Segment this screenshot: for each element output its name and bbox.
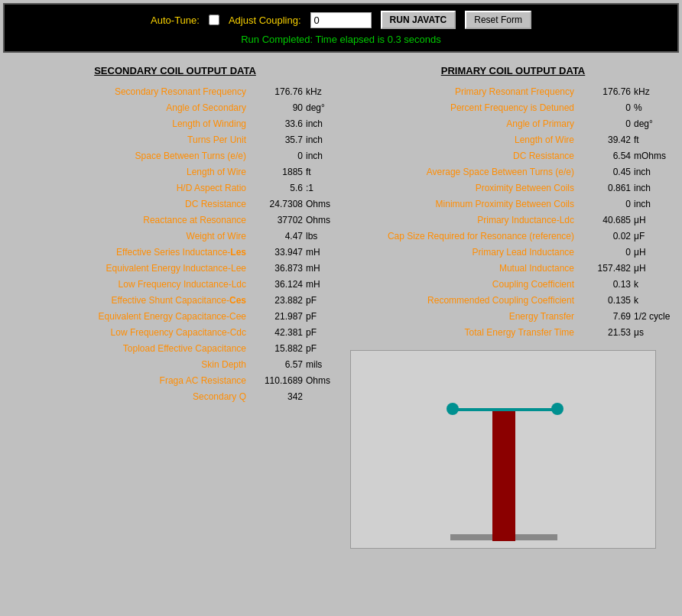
coil-base-left <box>450 534 492 540</box>
secondary-title: SECONDARY COIL OUTPUT DATA <box>9 65 341 76</box>
row-unit: deg° <box>303 102 341 113</box>
table-row: Secondary Resonant Frequency 176.76 kHz <box>9 84 341 99</box>
table-row: DC Resistance 6.54 mOhms <box>353 148 673 164</box>
coil-top-dot-right <box>551 403 563 415</box>
row-value: 33.947 <box>249 247 303 258</box>
table-row: DC Resistance 24.7308 Ohms <box>9 196 341 212</box>
table-row: Energy Transfer 7.69 1/2 cycle <box>353 309 673 324</box>
table-row: Low Frequency Capacitance-Cdc 42.381 pF <box>9 325 341 340</box>
table-row: Minimum Proximity Between Coils 0 inch <box>353 196 673 212</box>
row-label: Space Between Turns (e/e) <box>9 151 249 161</box>
adjust-coupling-label: Adjust Coupling: <box>229 15 301 26</box>
table-row: Total Energy Transfer Time 21.53 μs <box>353 325 673 340</box>
row-label: DC Resistance <box>353 151 577 161</box>
row-label: H/D Aspect Ratio <box>9 183 249 193</box>
row-unit: inch <box>303 151 341 161</box>
row-unit: % <box>631 102 673 113</box>
row-value: 5.6 <box>249 183 303 193</box>
secondary-panel: SECONDARY COIL OUTPUT DATA Secondary Res… <box>3 59 347 552</box>
table-row: Length of Wire 1885 ft <box>9 164 341 180</box>
row-value: 15.882 <box>249 343 303 354</box>
row-unit: μH <box>631 247 673 258</box>
row-value: 0 <box>249 151 303 161</box>
row-unit: inch <box>303 135 341 145</box>
table-row: Skin Depth 6.57 mils <box>9 357 341 372</box>
row-value: 176.76 <box>249 86 303 97</box>
top-bar: Auto-Tune: Adjust Coupling: RUN JAVATC R… <box>3 3 679 53</box>
row-label: Total Energy Transfer Time <box>353 327 577 338</box>
row-label: Turns Per Unit <box>9 135 249 145</box>
row-value: 21.987 <box>249 311 303 322</box>
coil-body <box>492 411 515 541</box>
row-label: Percent Frequency is Detuned <box>353 102 577 113</box>
table-row: Length of Winding 33.6 inch <box>9 116 341 131</box>
row-label: Low Frequency Capacitance-Cdc <box>9 327 249 338</box>
table-row: H/D Aspect Ratio 5.6 :1 <box>9 180 341 196</box>
row-unit: μF <box>631 231 673 242</box>
row-unit: mH <box>303 279 341 290</box>
row-label: Primary Lead Inductance <box>353 247 577 258</box>
row-label: Length of Wire <box>9 167 249 177</box>
autotune-label: Auto-Tune: <box>151 15 200 26</box>
row-value: 0 <box>577 247 631 258</box>
row-unit: Ohms <box>303 199 341 209</box>
table-row: Fraga AC Resistance 110.1689 Ohms <box>9 373 341 388</box>
table-row: Primary Inductance-Ldc 40.685 μH <box>353 212 673 228</box>
row-unit: pF <box>303 327 341 338</box>
table-row: Secondary Q 342 <box>9 389 341 404</box>
row-value: 21.53 <box>577 327 631 338</box>
row-label: Energy Transfer <box>353 311 577 322</box>
row-label: Weight of Wire <box>9 231 249 242</box>
row-value: 33.6 <box>249 118 303 129</box>
row-value: 37702 <box>249 215 303 225</box>
row-value: 0 <box>577 102 631 113</box>
row-value: 0 <box>577 118 631 129</box>
row-unit: mH <box>303 263 341 274</box>
row-label: Cap Size Required for Resonance (referen… <box>353 231 577 242</box>
row-unit: μs <box>631 327 673 338</box>
row-unit: Ohms <box>303 375 341 386</box>
row-label: Equivalent Energy Inductance-Lee <box>9 263 249 274</box>
row-unit: pF <box>303 311 341 322</box>
top-controls: Auto-Tune: Adjust Coupling: RUN JAVATC R… <box>151 11 531 29</box>
row-unit: mils <box>303 359 341 370</box>
row-value: 342 <box>249 391 303 402</box>
row-value: 35.7 <box>249 135 303 145</box>
row-label: Recommended Coupling Coefficient <box>353 295 577 306</box>
row-unit: deg° <box>631 118 673 129</box>
row-value: 4.47 <box>249 231 303 242</box>
row-label: Effective Series Inductance-Les <box>9 247 249 258</box>
row-unit: 1/2 cycle <box>631 311 673 322</box>
row-unit: :1 <box>303 183 341 193</box>
row-value: 0.861 <box>577 183 631 193</box>
reset-button[interactable]: Reset Form <box>465 11 531 29</box>
table-row: Recommended Coupling Coefficient 0.135 k <box>353 293 673 308</box>
row-label: Length of Wire <box>353 135 577 145</box>
row-value: 0.02 <box>577 231 631 242</box>
row-unit: ft <box>631 135 673 145</box>
row-value: 24.7308 <box>249 199 303 209</box>
row-label: Reactance at Resonance <box>9 215 249 225</box>
row-unit: Ohms <box>303 215 341 225</box>
row-label: Coupling Coefficient <box>353 279 577 290</box>
table-row: Reactance at Resonance 37702 Ohms <box>9 212 341 228</box>
row-value: 0 <box>577 199 631 209</box>
row-label: Primary Inductance-Ldc <box>353 215 577 225</box>
row-value: 23.882 <box>249 295 303 306</box>
autotune-checkbox[interactable] <box>209 15 219 25</box>
table-row: Primary Lead Inductance 0 μH <box>353 245 673 260</box>
row-value: 39.42 <box>577 135 631 145</box>
row-label: Minimum Proximity Between Coils <box>353 199 577 209</box>
row-unit: mH <box>303 247 341 258</box>
table-row: Turns Per Unit 35.7 inch <box>9 132 341 148</box>
table-row: Cap Size Required for Resonance (referen… <box>353 229 673 244</box>
run-button[interactable]: RUN JAVATC <box>381 11 456 29</box>
row-unit: inch <box>631 167 673 177</box>
coupling-input[interactable] <box>310 12 372 28</box>
row-value: 1885 <box>249 167 303 177</box>
row-value: 0.13 <box>577 279 631 290</box>
row-value: 7.69 <box>577 311 631 322</box>
row-value: 42.381 <box>249 327 303 338</box>
table-row: Space Between Turns (e/e) 0 inch <box>9 148 341 164</box>
table-row: Coupling Coefficient 0.13 k <box>353 277 673 292</box>
